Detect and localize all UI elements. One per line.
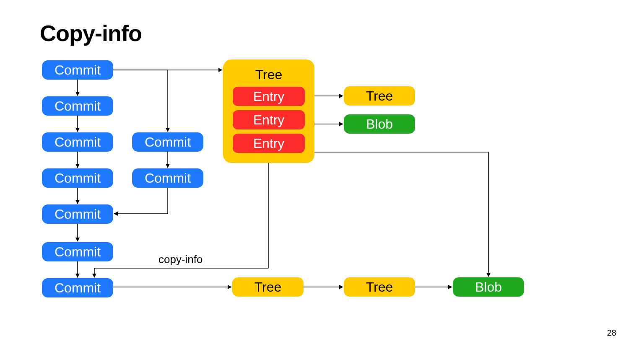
tree-node-bottom-1: Tree — [232, 277, 304, 297]
commit-branch-1: Commit — [132, 132, 203, 152]
commit-node-merge: Commit — [42, 204, 113, 224]
tree-node-top: Tree — [344, 86, 415, 106]
blob-node-top: Blob — [344, 114, 415, 134]
blob-node-bottom: Blob — [453, 277, 524, 297]
commit-node-4: Commit — [42, 168, 113, 188]
edge-label-copy-info: copy-info — [158, 253, 203, 266]
commit-node-7: Commit — [42, 278, 113, 297]
commit-node-3: Commit — [42, 132, 113, 152]
tree-node-bottom-2: Tree — [344, 277, 415, 297]
tree-entry-3: Entry — [233, 134, 305, 153]
commit-node-1: Commit — [42, 60, 113, 80]
commit-branch-2: Commit — [132, 168, 203, 188]
commit-node-2: Commit — [42, 96, 113, 116]
tree-container-header: Tree — [229, 67, 309, 83]
tree-entry-1: Entry — [233, 87, 305, 106]
commit-node-6: Commit — [42, 242, 113, 261]
tree-entry-2: Entry — [233, 110, 305, 129]
tree-container: Tree Entry Entry Entry — [223, 59, 314, 163]
page-number: 28 — [607, 328, 616, 338]
slide-title: Copy-info — [40, 20, 142, 46]
